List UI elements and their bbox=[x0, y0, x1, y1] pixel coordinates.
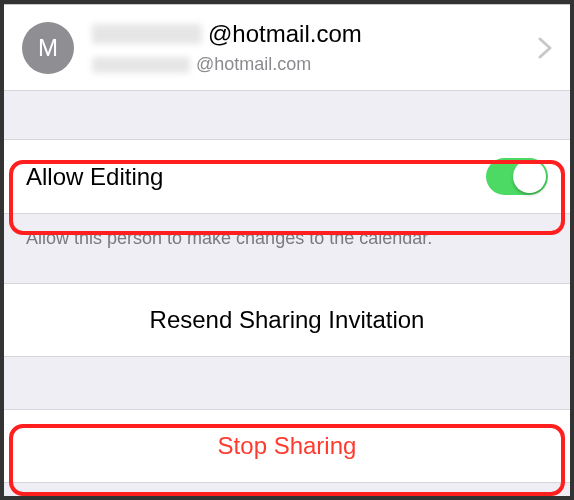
contact-cell[interactable]: M @hotmail.com @hotmail.com bbox=[4, 5, 570, 91]
allow-editing-toggle[interactable] bbox=[486, 158, 548, 195]
allow-editing-label: Allow Editing bbox=[26, 163, 163, 191]
allow-editing-footer: Allow this person to make changes to the… bbox=[4, 214, 570, 249]
toggle-knob bbox=[513, 160, 546, 193]
redacted-username bbox=[92, 57, 190, 73]
contact-text: @hotmail.com @hotmail.com bbox=[92, 20, 538, 75]
email-sub: @hotmail.com bbox=[196, 54, 311, 75]
email-main: @hotmail.com bbox=[208, 20, 362, 48]
stop-sharing-label: Stop Sharing bbox=[218, 432, 357, 459]
resend-label: Resend Sharing Invitation bbox=[150, 306, 425, 333]
chevron-right-icon bbox=[538, 37, 552, 59]
redacted-name bbox=[92, 24, 202, 44]
allow-editing-cell: Allow Editing bbox=[4, 139, 570, 214]
avatar-initial: M bbox=[38, 34, 58, 62]
stop-sharing-button[interactable]: Stop Sharing bbox=[4, 409, 570, 483]
resend-invitation-button[interactable]: Resend Sharing Invitation bbox=[4, 283, 570, 357]
avatar: M bbox=[22, 22, 74, 74]
